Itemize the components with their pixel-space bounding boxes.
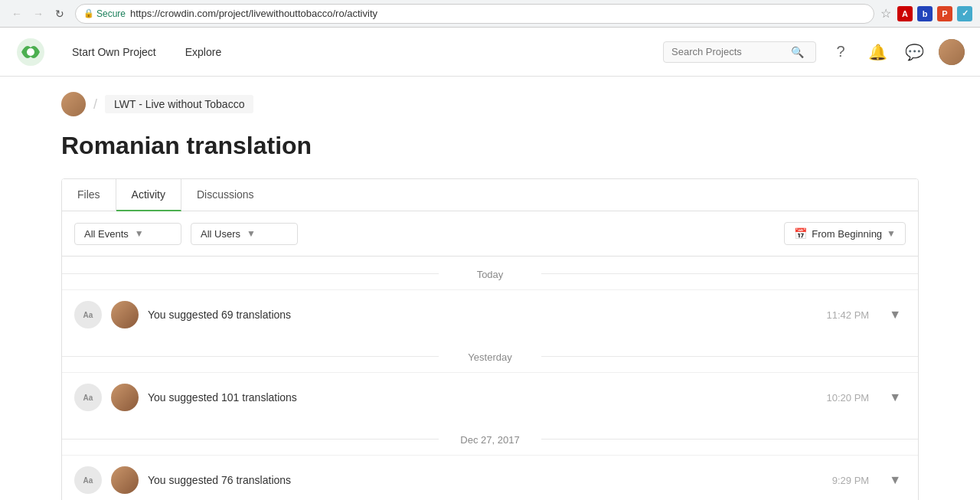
lock-icon: 🔒 (83, 8, 94, 18)
date-separator-today: Today (62, 257, 918, 289)
date-yesterday-label: Yesterday (468, 351, 511, 363)
avatar-image (939, 39, 965, 65)
activity-time-3: 9:29 PM (832, 475, 869, 486)
filter-right: 📅 From Beginning ▼ (784, 222, 906, 245)
tab-activity[interactable]: Activity (116, 179, 181, 211)
app-header: Start Own Project Explore 🔍 ? 🔔 💬 (0, 28, 980, 77)
activity-type-icon-1: Aa (74, 301, 102, 328)
all-events-label: All Events (84, 228, 129, 240)
page-title: Romanian translation (61, 132, 919, 160)
activity-text-3: You suggested 76 translations (148, 474, 823, 486)
tabs-header: Files Activity Discussions (62, 179, 918, 211)
project-breadcrumb-link[interactable]: LWT - Live without Tobacco (105, 95, 253, 113)
date-separator-yesterday: Yesterday (62, 339, 918, 372)
explore-link[interactable]: Explore (182, 40, 224, 64)
logo-area (15, 37, 46, 67)
date-range-filter[interactable]: 📅 From Beginning ▼ (784, 222, 906, 245)
browser-nav-buttons: ← → ↻ (8, 5, 69, 23)
activity-feed: Today Aa You suggested 69 translations 1… (62, 257, 918, 500)
expand-button-3[interactable]: ▼ (884, 472, 906, 489)
date-today-label: Today (477, 269, 504, 280)
activity-type-icon-2: Aa (74, 384, 102, 411)
tab-files[interactable]: Files (62, 179, 116, 211)
tab-discussions[interactable]: Discussions (181, 179, 270, 211)
browser-chrome: ← → ↻ 🔒 Secure https://crowdin.com/proje… (0, 0, 980, 28)
breadcrumb: / LWT - Live without Tobacco (61, 92, 919, 116)
ext-icon-3: P (937, 6, 952, 21)
activity-text-2: You suggested 101 translations (148, 391, 818, 404)
date-separator-dec27: Dec 27, 2017 (62, 422, 918, 455)
calendar-icon: 📅 (794, 227, 807, 240)
activity-item-2: Aa You suggested 101 translations 10:20 … (62, 372, 918, 422)
all-events-filter[interactable]: All Events ▼ (74, 223, 181, 245)
user-avatar[interactable] (939, 39, 965, 65)
translation-icon-3: Aa (83, 476, 93, 485)
user-avatar-1 (111, 301, 139, 328)
crowdin-logo (15, 37, 46, 67)
bookmark-button[interactable]: ☆ (880, 6, 891, 21)
expand-button-1[interactable]: ▼ (884, 306, 906, 323)
activity-text-1: You suggested 69 translations (148, 309, 818, 321)
url-text: https://crowdin.com/project/livewithoutt… (130, 8, 866, 19)
messages-button[interactable]: 💬 (902, 40, 926, 64)
browser-extensions: A b P ✓ (897, 6, 972, 21)
secure-label: Secure (96, 8, 126, 19)
message-icon: 💬 (905, 43, 924, 61)
address-bar[interactable]: 🔒 Secure https://crowdin.com/project/liv… (75, 4, 874, 24)
events-dropdown-arrow: ▼ (135, 228, 144, 239)
ext-icon-1: A (897, 6, 913, 21)
svg-point-1 (27, 48, 34, 56)
forward-button[interactable]: → (29, 5, 47, 23)
search-input[interactable] (671, 46, 786, 57)
translation-icon-2: Aa (83, 394, 93, 402)
date-dec27-label: Dec 27, 2017 (460, 434, 519, 446)
header-right: 🔍 ? 🔔 💬 (663, 39, 965, 65)
date-range-label: From Beginning (812, 228, 882, 240)
breadcrumb-separator: / (93, 96, 97, 113)
ext-icon-2: b (917, 6, 933, 21)
start-own-project-link[interactable]: Start Own Project (69, 40, 159, 64)
user-avatar-3 (111, 466, 139, 494)
activity-time-1: 11:42 PM (827, 309, 870, 321)
all-users-filter[interactable]: All Users ▼ (191, 223, 298, 245)
help-button[interactable]: ? (828, 40, 853, 64)
search-icon: 🔍 (791, 46, 804, 58)
activity-item-1: Aa You suggested 69 translations 11:42 P… (62, 289, 918, 339)
secure-badge: 🔒 Secure (83, 8, 126, 19)
date-dropdown-arrow: ▼ (887, 228, 896, 239)
activity-type-icon-3: Aa (74, 466, 102, 494)
content-area: / LWT - Live without Tobacco Romanian tr… (31, 77, 949, 500)
activity-time-2: 10:20 PM (827, 392, 870, 404)
search-box[interactable]: 🔍 (663, 41, 816, 63)
user-avatar-2 (111, 384, 139, 411)
notifications-button[interactable]: 🔔 (865, 40, 890, 64)
help-icon: ? (836, 43, 844, 60)
bell-icon: 🔔 (868, 43, 887, 61)
tabs-container: Files Activity Discussions All Events ▼ … (61, 178, 919, 500)
back-button[interactable]: ← (8, 5, 26, 23)
all-users-label: All Users (201, 228, 240, 240)
reload-button[interactable]: ↻ (51, 5, 69, 23)
filters-bar: All Events ▼ All Users ▼ 📅 From Beginnin… (62, 211, 918, 257)
project-avatar (61, 92, 86, 116)
users-dropdown-arrow: ▼ (247, 228, 256, 239)
expand-button-2[interactable]: ▼ (884, 389, 906, 406)
activity-item-3: Aa You suggested 76 translations 9:29 PM… (62, 455, 918, 500)
ext-icon-4: ✓ (957, 6, 972, 21)
translation-icon-1: Aa (83, 311, 93, 319)
